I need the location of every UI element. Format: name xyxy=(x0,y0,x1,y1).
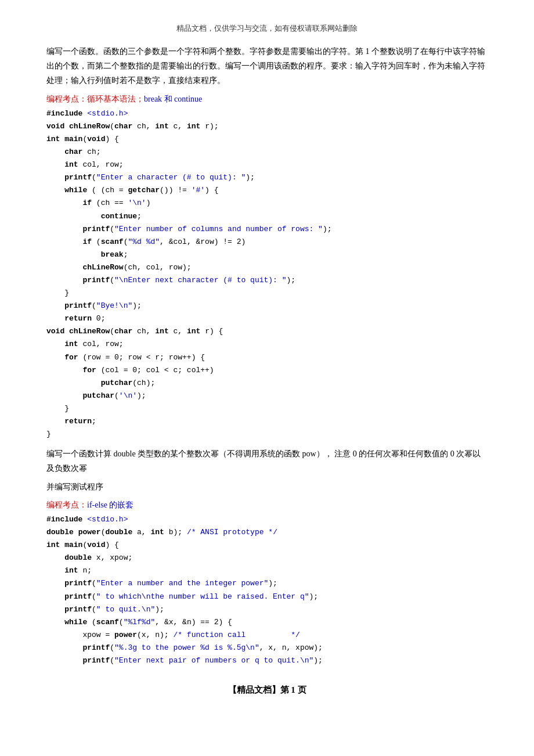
highlight2: 编程考点：if-else 的嵌套 xyxy=(46,498,488,512)
code-block-2: #include <stdio.h> double power(double a… xyxy=(46,513,488,667)
section2: 编写一个函数计算 double 类型数的某个整数次幂（不得调用系统的函数 pow… xyxy=(46,447,488,667)
desc2b: 并编写测试程序 xyxy=(46,480,488,494)
highlight2-blue: if-else 的嵌套 xyxy=(87,501,134,509)
highlight1-blue: break 和 continue xyxy=(144,95,202,103)
highlight1: 编程考点：循环基本语法；break 和 continue xyxy=(46,92,488,106)
section1: 编写一个函数。函数的三个参数是一个字符和两个整数。字符参数是需要输出的字符。第 … xyxy=(46,44,488,441)
header: 精品文档，仅供学习与交流，如有侵权请联系网站删除 xyxy=(46,23,488,34)
desc1: 编写一个函数。函数的三个参数是一个字符和两个整数。字符参数是需要输出的字符。第 … xyxy=(46,44,488,88)
code-block-1: #include <stdio.h> void chLineRow(char c… xyxy=(46,107,488,441)
footer: 【精品文档】第 1 页 xyxy=(46,685,488,696)
header-text: 精品文档，仅供学习与交流，如有侵权请联系网站删除 xyxy=(46,23,488,34)
desc2: 编写一个函数计算 double 类型数的某个整数次幂（不得调用系统的函数 pow… xyxy=(46,447,488,476)
